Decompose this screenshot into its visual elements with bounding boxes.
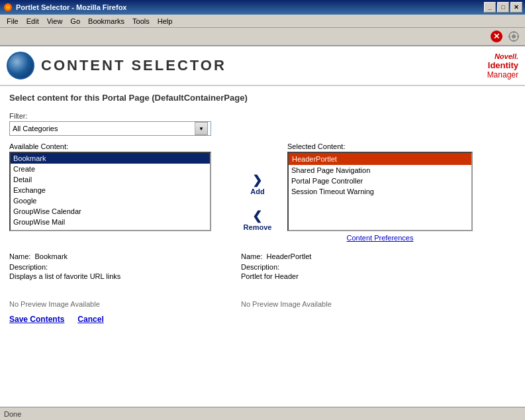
status-bar: Done [0,407,525,420]
add-remove-column: ❯ Add ❮ Remove [234,142,281,242]
close-button[interactable]: ✕ [510,2,522,13]
list-item[interactable]: Google [11,195,210,206]
add-label: Add [250,187,264,195]
list-item[interactable]: Exchange [11,185,210,195]
svg-rect-7 [513,40,514,42]
left-name-value: Bookmark [35,252,68,260]
main-content: Select content for this Portal Page (Def… [0,86,525,407]
list-item[interactable]: Portal Page Controller [289,176,471,186]
menu-file[interactable]: File [3,16,23,26]
menubar: File Edit View Go Bookmarks Tools Help [0,15,525,28]
filter-row: Filter: All Categories ▼ [9,112,516,136]
list-item[interactable]: GroupWise Mail [11,217,210,227]
footer-links: Save Contents Cancel [9,315,516,324]
list-item[interactable]: HeaderPortlet [289,153,471,165]
left-name-label: Name: [9,252,30,260]
status-text: Done [4,410,21,418]
svg-point-5 [512,34,516,38]
right-name-label: Name: [241,252,262,260]
list-item[interactable]: Detail [11,174,210,185]
svg-text:✕: ✕ [493,32,500,41]
filter-dropdown-arrow[interactable]: ▼ [195,122,208,135]
available-content-listbox[interactable]: Bookmark Create Detail Exchange Google G… [9,152,211,231]
left-info-name: Name: Bookmark [9,252,234,260]
novell-branding: Novell. Identity Manager [487,52,518,79]
selected-content-label: Selected Content: [287,142,516,150]
svg-point-1 [6,5,10,9]
list-item[interactable]: Create [11,164,210,174]
selected-content-listbox[interactable]: HeaderPortlet Shared Page Navigation Por… [287,152,473,231]
right-column: Selected Content: HeaderPortlet Shared P… [281,142,516,242]
minimize-button[interactable]: _ [484,2,496,13]
firefox-icon [3,2,13,13]
two-column-layout: Available Content: Bookmark Create Detai… [9,142,516,242]
info-section: Name: Bookmark Description: Displays a l… [9,252,516,308]
save-contents-link[interactable]: Save Contents [9,315,64,324]
add-arrow-icon: ❯ [252,173,262,187]
svg-rect-6 [513,31,514,33]
content-preferences-link[interactable]: Content Preferences [287,234,473,242]
browser-toolbar: ✕ [0,28,525,46]
left-column: Available Content: Bookmark Create Detai… [9,142,234,242]
menu-help[interactable]: Help [154,16,177,26]
right-info-name: Name: HeaderPortlet [241,252,516,260]
maximize-button[interactable]: □ [497,2,509,13]
add-button[interactable]: ❯ Add [250,173,264,195]
right-preview-text: No Preview Image Available [241,300,516,308]
novell-logo: Novell. [487,52,518,60]
menu-view[interactable]: View [43,16,67,26]
remove-button[interactable]: ❮ Remove [244,209,272,231]
window-title: Portlet Selector - Mozilla Firefox [16,3,484,11]
left-desc-value: Displays a list of favorite URL links [9,272,234,280]
gear-icon[interactable] [506,29,521,44]
header-logo-area: CONTENT SELECTOR [0,52,226,79]
filter-select[interactable]: All Categories ▼ [9,121,211,136]
page-title: Select content for this Portal Page (Def… [9,93,516,103]
filter-value: All Categories [13,125,195,132]
remove-label: Remove [244,223,272,231]
cancel-link[interactable]: Cancel [77,315,103,324]
novell-manager: Manager [487,70,518,79]
left-preview-text: No Preview Image Available [9,300,234,308]
header-title: CONTENT SELECTOR [41,57,226,74]
left-info: Name: Bookmark Description: Displays a l… [9,252,234,308]
right-name-value: HeaderPortlet [267,252,312,260]
right-info: Name: HeaderPortlet Description: Portlet… [234,252,516,308]
globe-icon [7,52,34,79]
right-desc-value: Portlet for Header [241,272,516,280]
menu-tools[interactable]: Tools [128,16,154,26]
available-content-label: Available Content: [9,142,234,150]
menu-go[interactable]: Go [66,16,84,26]
window-controls: _ □ ✕ [484,2,522,13]
right-desc-label: Description: [241,263,516,271]
page-header: CONTENT SELECTOR Novell. Identity Manage… [0,46,525,86]
list-item[interactable]: GroupWise Calendar [11,206,210,217]
filter-label: Filter: [9,112,516,120]
red-circle-icon: ✕ [489,29,504,44]
remove-arrow-icon: ❮ [252,209,262,223]
svg-rect-8 [508,36,510,37]
list-item[interactable]: Session Timeout Warning [289,186,471,197]
window-titlebar: Portlet Selector - Mozilla Firefox _ □ ✕ [0,0,525,15]
novell-identity: Identity [487,60,518,70]
menu-edit[interactable]: Edit [23,16,43,26]
list-item[interactable]: Bookmark [11,153,210,164]
menu-bookmarks[interactable]: Bookmarks [84,16,128,26]
svg-rect-9 [517,36,519,37]
list-item[interactable]: Shared Page Navigation [289,165,471,176]
left-desc-label: Description: [9,263,234,271]
